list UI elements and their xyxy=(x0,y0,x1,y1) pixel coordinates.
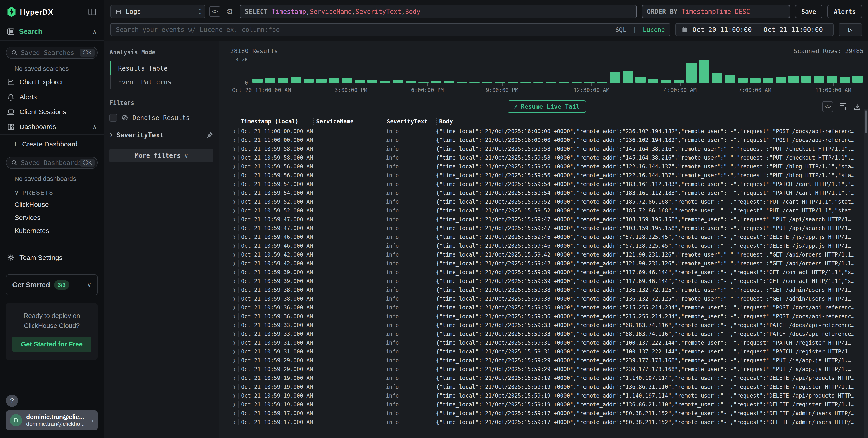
chevron-up-icon[interactable]: ∧ xyxy=(93,124,97,130)
table-row[interactable]: ❯ Oct 21 10:59:33.000 AM info {"time_loc… xyxy=(230,330,864,338)
histogram-bar[interactable] xyxy=(597,82,607,83)
expand-row-icon[interactable]: ❯ xyxy=(230,384,238,390)
select-clause-input[interactable]: SELECT Timestamp,ServiceName,SeverityTex… xyxy=(240,5,637,18)
histogram-bar[interactable] xyxy=(827,76,837,83)
col-timestamp[interactable]: Timestamp (Local) xyxy=(238,118,313,125)
histogram-bar[interactable] xyxy=(393,80,403,83)
wrap-lines-icon[interactable] xyxy=(839,103,847,111)
sidebar-item-search[interactable]: Search ∧ xyxy=(0,23,103,40)
col-body[interactable]: Body xyxy=(436,118,864,125)
scrollbar-thumb[interactable] xyxy=(865,110,867,133)
table-row[interactable]: ❯ Oct 21 10:59:39.000 AM info {"time_loc… xyxy=(230,268,864,277)
histogram-bar[interactable] xyxy=(495,82,505,83)
table-row[interactable]: ❯ Oct 21 10:59:39.000 AM info {"time_loc… xyxy=(230,277,864,285)
histogram-bar[interactable] xyxy=(278,78,288,83)
expand-row-icon[interactable]: ❯ xyxy=(230,419,238,425)
table-row[interactable]: ❯ Oct 21 10:59:36.000 AM info {"time_loc… xyxy=(230,303,864,312)
histogram-bar[interactable] xyxy=(405,81,416,83)
table-row[interactable]: ❯ Oct 21 10:59:17.000 AM info {"time_loc… xyxy=(230,409,864,418)
table-row[interactable]: ❯ Oct 21 10:59:58.000 AM info {"time_loc… xyxy=(230,153,864,162)
expand-row-icon[interactable]: ❯ xyxy=(230,287,238,293)
histogram-bar[interactable] xyxy=(648,79,658,83)
expand-row-icon[interactable]: ❯ xyxy=(230,296,238,302)
date-range-picker[interactable]: Oct 20 11:00:00 - Oct 21 11:00:00 xyxy=(675,23,834,36)
histogram-bar[interactable] xyxy=(750,78,761,83)
histogram-bar[interactable] xyxy=(801,76,811,83)
table-row[interactable]: ❯ Oct 21 10:59:56.000 AM info {"time_loc… xyxy=(230,162,864,171)
expand-row-icon[interactable]: ❯ xyxy=(230,217,238,222)
table-row[interactable]: ❯ Oct 21 10:59:52.000 AM info {"time_loc… xyxy=(230,206,864,215)
table-row[interactable]: ❯ Oct 21 11:00:00.000 AM info {"time_loc… xyxy=(230,136,864,144)
histogram-bar[interactable] xyxy=(674,80,684,83)
histogram-bar[interactable] xyxy=(852,76,863,83)
preset-clickhouse[interactable]: ClickHouse xyxy=(0,198,103,211)
table-row[interactable]: ❯ Oct 21 10:59:52.000 AM info {"time_loc… xyxy=(230,197,864,206)
denoise-results-toggle[interactable]: Denoise Results xyxy=(110,114,214,122)
table-row[interactable]: ❯ Oct 21 10:59:19.000 AM info {"time_loc… xyxy=(230,374,864,382)
expand-row-icon[interactable]: ❯ xyxy=(230,173,238,178)
denoise-checkbox[interactable] xyxy=(110,114,117,122)
lucene-toggle[interactable]: Lucene xyxy=(643,26,665,33)
histogram-bar[interactable] xyxy=(520,82,531,83)
histogram-bar[interactable] xyxy=(661,80,671,83)
table-row[interactable]: ❯ Oct 21 10:59:46.000 AM info {"time_loc… xyxy=(230,233,864,241)
sidebar-item-team-settings[interactable]: Team Settings xyxy=(0,248,103,268)
histogram-bar[interactable] xyxy=(546,82,556,83)
histogram-bar[interactable] xyxy=(763,77,773,83)
histogram-bar[interactable] xyxy=(418,82,429,83)
histogram-bar[interactable] xyxy=(316,79,327,83)
expand-row-icon[interactable]: ❯ xyxy=(230,190,238,196)
expand-row-icon[interactable]: ❯ xyxy=(230,393,238,399)
download-icon[interactable] xyxy=(853,103,861,111)
expand-row-icon[interactable]: ❯ xyxy=(230,137,238,143)
histogram-bar[interactable] xyxy=(686,63,696,83)
expand-row-icon[interactable]: ❯ xyxy=(230,305,238,310)
save-button[interactable]: Save xyxy=(795,5,822,18)
expand-row-icon[interactable]: ❯ xyxy=(230,340,238,345)
table-row[interactable]: ❯ Oct 21 10:59:42.000 AM info {"time_loc… xyxy=(230,259,864,268)
order-by-input[interactable]: ORDER BY TimestampTime DESC xyxy=(642,5,790,18)
run-query-button[interactable]: ▷ xyxy=(839,23,862,36)
preset-kubernetes[interactable]: Kubernetes xyxy=(0,224,103,237)
table-row[interactable]: ❯ Oct 21 10:59:54.000 AM info {"time_loc… xyxy=(230,180,864,189)
histogram-bar[interactable] xyxy=(584,82,594,83)
vertical-scrollbar[interactable] xyxy=(864,109,868,438)
table-row[interactable]: ❯ Oct 21 10:59:36.000 AM info {"time_loc… xyxy=(230,312,864,321)
expand-row-icon[interactable]: ❯ xyxy=(230,323,238,328)
more-filters-button[interactable]: More filters ∨ xyxy=(110,149,214,163)
expand-row-icon[interactable]: ❯ xyxy=(230,181,238,187)
histogram-bar[interactable] xyxy=(724,75,735,83)
expand-row-icon[interactable]: ❯ xyxy=(230,411,238,416)
expand-row-icon[interactable]: ❯ xyxy=(230,270,238,275)
mode-event-patterns[interactable]: Event Patterns xyxy=(110,75,214,89)
table-row[interactable]: ❯ Oct 21 10:59:19.000 AM info {"time_loc… xyxy=(230,391,864,400)
histogram-bar[interactable] xyxy=(367,80,377,83)
table-row[interactable]: ❯ Oct 21 10:59:38.000 AM info {"time_loc… xyxy=(230,285,864,294)
presets-toggle[interactable]: ∨ PRESETS xyxy=(0,184,103,198)
expand-row-icon[interactable]: ❯ xyxy=(230,226,238,231)
histogram-bar[interactable] xyxy=(508,82,518,83)
create-dashboard-button[interactable]: + Create Dashboard xyxy=(0,135,103,151)
severity-filter-group[interactable]: ❯ SeverityText xyxy=(110,131,214,139)
table-row[interactable]: ❯ Oct 21 10:59:31.000 AM info {"time_loc… xyxy=(230,338,864,347)
expand-row-icon[interactable]: ❯ xyxy=(230,278,238,284)
resume-live-tail-button[interactable]: ⚡ Resume Live Tail xyxy=(508,100,586,113)
sql-toggle[interactable]: SQL xyxy=(615,26,626,33)
histogram-bar[interactable] xyxy=(290,77,301,83)
table-row[interactable]: ❯ Oct 21 10:59:29.000 AM info {"time_loc… xyxy=(230,365,864,374)
histogram-bar[interactable] xyxy=(380,81,390,83)
table-row[interactable]: ❯ Oct 21 10:59:47.000 AM info {"time_loc… xyxy=(230,215,864,224)
help-button[interactable]: ? xyxy=(6,395,18,407)
histogram-bar[interactable] xyxy=(252,79,262,83)
expand-row-icon[interactable]: ❯ xyxy=(230,331,238,337)
col-servicename[interactable]: ServiceName xyxy=(313,118,383,125)
saved-dashboards-input[interactable]: Saved Dashboards ⌘K xyxy=(6,157,98,169)
source-select[interactable]: Logs ⌃⌃ xyxy=(111,5,205,18)
get-started-free-button[interactable]: Get Started for Free xyxy=(12,337,91,352)
expand-row-icon[interactable]: ❯ xyxy=(230,208,238,213)
histogram-bar[interactable] xyxy=(265,78,275,83)
table-row[interactable]: ❯ Oct 21 10:59:31.000 AM info {"time_loc… xyxy=(230,347,864,356)
histogram-bar[interactable] xyxy=(457,82,467,83)
histogram-bar[interactable] xyxy=(342,78,352,83)
user-menu[interactable]: D dominic.tran@clic... dominic.tran@clic… xyxy=(6,410,98,430)
